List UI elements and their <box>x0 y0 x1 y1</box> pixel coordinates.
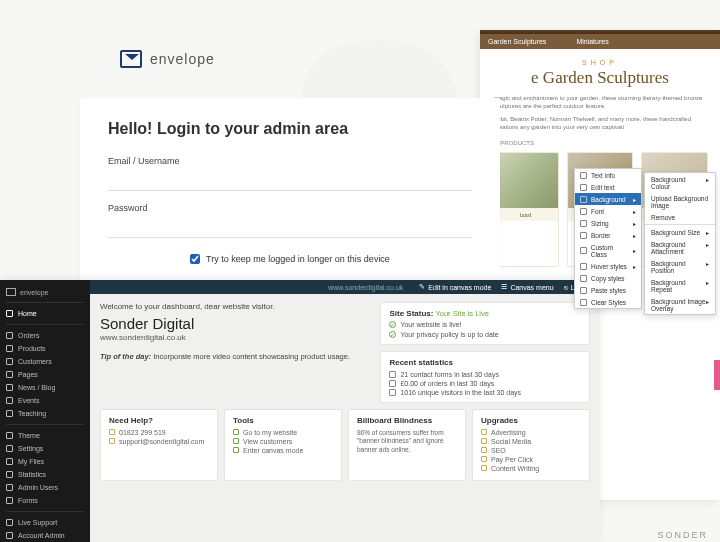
money-icon <box>389 380 396 387</box>
login-title: Hello! Login to your admin area <box>108 120 472 138</box>
help-email[interactable]: support@sonderdigital.com <box>119 438 204 445</box>
canvas-menu-button[interactable]: ☰ Canvas menu <box>501 283 553 291</box>
tool-link[interactable]: Enter canvas mode <box>233 447 333 454</box>
arrow-icon <box>233 447 239 453</box>
tool-link[interactable]: View customers <box>233 438 333 445</box>
submenu-bg-position[interactable]: Background Position▸ <box>645 257 715 276</box>
shop-tab-sculptures[interactable]: Garden Sculptures <box>488 38 546 45</box>
sidebar-item-label: Account Admin <box>18 532 65 539</box>
password-input[interactable] <box>108 218 472 238</box>
sidebar-item-files[interactable]: My Files <box>6 455 84 468</box>
sidebar-item-statistics[interactable]: Statistics <box>6 468 84 481</box>
submenu-bg-repeat[interactable]: Background Repeat▸ <box>645 276 715 295</box>
tools-card: Tools Go to my website View customers En… <box>224 409 342 481</box>
status-line: Your website is live! <box>400 321 461 328</box>
card-title: Need Help? <box>109 416 209 425</box>
upgrade-link[interactable]: Pay Per Click <box>481 456 581 463</box>
menu-item-edit-text[interactable]: Edit text <box>575 181 641 193</box>
shop-tab-miniatures[interactable]: Miniatures <box>576 38 608 45</box>
submenu-remove[interactable]: Remove <box>645 211 715 223</box>
submenu-bg-attachment[interactable]: Background Attachment▸ <box>645 238 715 257</box>
footer-logo: SONDER <box>657 530 708 540</box>
page-icon <box>6 371 13 378</box>
sidebar-item-label: Forms <box>18 497 38 504</box>
menu-item-hover[interactable]: Hover styles▸ <box>575 260 641 272</box>
product-card[interactable]: land <box>492 152 559 267</box>
home-icon <box>6 310 13 317</box>
help-phone[interactable]: 01823 299 519 <box>119 429 166 436</box>
submenu-bg-overlay[interactable]: Background Image Overlay▸ <box>645 295 715 314</box>
sidebar-item-account[interactable]: Account Admin <box>6 529 84 542</box>
sidebar-item-forms[interactable]: Forms <box>6 494 84 507</box>
upgrade-link[interactable]: Social Media <box>481 438 581 445</box>
stats-panel: Recent statistics 21 contact forms in la… <box>380 351 590 403</box>
sidebar-item-label: Orders <box>18 332 39 339</box>
upgrade-link[interactable]: SEO <box>481 447 581 454</box>
sidebar-item-label: Theme <box>18 432 40 439</box>
stat-line: 21 contact forms in last 30 days <box>400 371 498 378</box>
sidebar-item-customers[interactable]: Customers <box>6 355 84 368</box>
menu-item-background[interactable]: Background▸ <box>575 193 641 205</box>
info-icon <box>580 172 587 179</box>
side-tab[interactable] <box>714 360 720 390</box>
status-label: Site Status: <box>389 309 433 318</box>
paste-icon <box>580 287 587 294</box>
sidebar-item-teaching[interactable]: Teaching <box>6 407 84 420</box>
shop-blurb: magic and enchantment to your garden, th… <box>492 94 708 111</box>
menu-item-copy[interactable]: Copy styles <box>575 272 641 284</box>
sidebar-item-label: Teaching <box>18 410 46 417</box>
sidebar-item-events[interactable]: Events <box>6 394 84 407</box>
sidebar-item-pages[interactable]: Pages <box>6 368 84 381</box>
email-label: Email / Username <box>108 156 472 166</box>
form-icon <box>389 371 396 378</box>
menu-item-text-info[interactable]: Text info <box>575 169 641 181</box>
sidebar-item-label: Pages <box>18 371 38 378</box>
brand-name: envelope <box>150 51 215 67</box>
image-icon <box>580 196 587 203</box>
sidebar-item-support[interactable]: Live Support <box>6 516 84 529</box>
brand-logo: envelope <box>120 50 500 68</box>
topbar: www.sonderdigital.co.uk ✎ Edit in canvas… <box>90 280 600 294</box>
cursor-icon <box>580 263 587 270</box>
sidebar-item-news[interactable]: News / Blog <box>6 381 84 394</box>
submenu-bg-colour[interactable]: Background Colour▸ <box>645 173 715 192</box>
sidebar-item-label: Products <box>18 345 46 352</box>
site-url: www.sonderdigital.co.uk <box>100 333 372 342</box>
sidebar-item-theme[interactable]: Theme <box>6 429 84 442</box>
sidebar-item-label: Statistics <box>18 471 46 478</box>
submenu-bg-size[interactable]: Background Size▸ <box>645 226 715 238</box>
upgrade-link[interactable]: Advertising <box>481 429 581 436</box>
menu-item-border[interactable]: Border▸ <box>575 229 641 241</box>
menu-item-clear[interactable]: Clear Styles <box>575 296 641 308</box>
menu-item-sizing[interactable]: Sizing▸ <box>575 217 641 229</box>
sidebar-item-admin-users[interactable]: Admin Users <box>6 481 84 494</box>
mail-icon <box>109 438 115 444</box>
sidebar-item-label: Admin Users <box>18 484 58 491</box>
menu-item-font[interactable]: Font▸ <box>575 205 641 217</box>
folder-icon <box>6 458 13 465</box>
edit-label: Edit in canvas mode <box>428 284 491 291</box>
upgrade-link[interactable]: Content Writing <box>481 465 581 472</box>
card-title: Upgrades <box>481 416 581 425</box>
tool-link[interactable]: Go to my website <box>233 429 333 436</box>
sidebar-item-settings[interactable]: Settings <box>6 442 84 455</box>
dot-icon <box>481 456 487 462</box>
palette-icon <box>6 432 13 439</box>
shop-overline: SHOP <box>492 59 708 66</box>
email-input[interactable] <box>108 171 472 191</box>
remember-checkbox[interactable] <box>190 254 200 264</box>
sidebar-item-orders[interactable]: Orders <box>6 329 84 342</box>
edit-canvas-button[interactable]: ✎ Edit in canvas mode <box>419 283 491 291</box>
stats-title: Recent statistics <box>389 358 581 367</box>
card-title: Tools <box>233 416 333 425</box>
menu-item-paste[interactable]: Paste styles <box>575 284 641 296</box>
site-title: Sonder Digital <box>100 315 372 332</box>
sidebar-item-home[interactable]: Home <box>6 307 84 320</box>
shop-title: e Garden Sculptures <box>492 68 708 88</box>
menu-item-custom-class[interactable]: Custom Class▸ <box>575 241 641 260</box>
arrow-icon <box>233 438 239 444</box>
submenu-upload-bg[interactable]: Upload Background Image <box>645 192 715 211</box>
sidebar-item-products[interactable]: Products <box>6 342 84 355</box>
size-icon <box>580 220 587 227</box>
menu-label: Canvas menu <box>510 284 553 291</box>
